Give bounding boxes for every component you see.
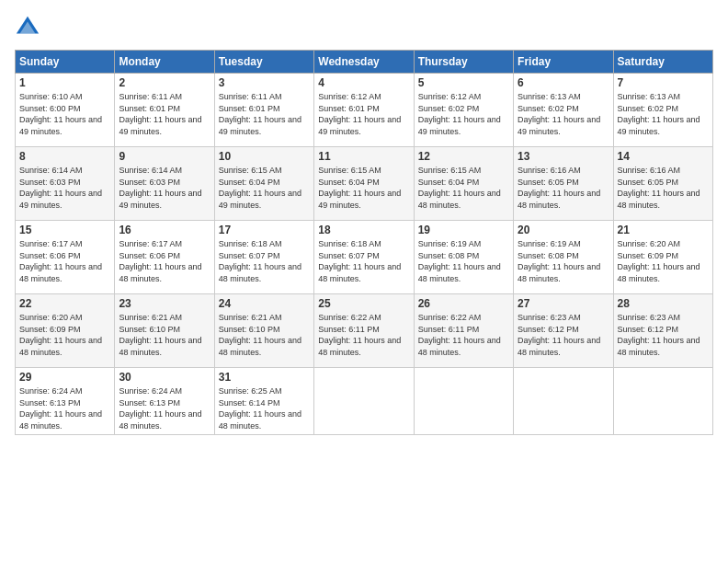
table-row: 22 Sunrise: 6:20 AMSunset: 6:09 PMDaylig… (16, 294, 115, 368)
table-row: 12 Sunrise: 6:15 AMSunset: 6:04 PMDaylig… (414, 147, 513, 221)
day-info: Sunrise: 6:15 AMSunset: 6:04 PMDaylight:… (219, 166, 301, 210)
day-number: 5 (418, 76, 509, 89)
day-info: Sunrise: 6:15 AMSunset: 6:04 PMDaylight:… (418, 166, 501, 210)
day-info: Sunrise: 6:19 AMSunset: 6:08 PMDaylight:… (518, 239, 600, 283)
table-row: 10 Sunrise: 6:15 AMSunset: 6:04 PMDaylig… (214, 147, 313, 221)
day-info: Sunrise: 6:16 AMSunset: 6:05 PMDaylight:… (618, 166, 700, 210)
day-number: 16 (119, 224, 210, 236)
day-number: 20 (518, 224, 609, 236)
day-number: 21 (618, 224, 709, 236)
table-row: 1 Sunrise: 6:10 AMSunset: 6:00 PMDayligh… (16, 74, 115, 147)
logo (15, 15, 42, 40)
day-number: 13 (518, 150, 609, 163)
table-row: 14 Sunrise: 6:16 AMSunset: 6:05 PMDaylig… (613, 147, 712, 221)
day-info: Sunrise: 6:20 AMSunset: 6:09 PMDaylight:… (19, 313, 102, 357)
col-friday: Friday (514, 51, 613, 74)
table-row (613, 368, 712, 435)
day-number: 18 (318, 224, 409, 236)
col-thursday: Thursday (414, 51, 513, 74)
day-info: Sunrise: 6:12 AMSunset: 6:02 PMDaylight:… (418, 92, 501, 136)
day-info: Sunrise: 6:11 AMSunset: 6:01 PMDaylight:… (219, 92, 301, 136)
table-row (414, 368, 513, 435)
day-info: Sunrise: 6:19 AMSunset: 6:08 PMDaylight:… (418, 239, 501, 283)
day-number: 4 (318, 76, 409, 89)
col-monday: Monday (115, 51, 214, 74)
day-number: 1 (19, 76, 110, 89)
day-number: 28 (618, 297, 709, 310)
col-tuesday: Tuesday (214, 51, 313, 74)
day-number: 10 (219, 150, 310, 163)
table-row: 23 Sunrise: 6:21 AMSunset: 6:10 PMDaylig… (115, 294, 214, 368)
col-sunday: Sunday (16, 51, 115, 74)
table-row: 21 Sunrise: 6:20 AMSunset: 6:09 PMDaylig… (613, 221, 712, 294)
day-info: Sunrise: 6:18 AMSunset: 6:07 PMDaylight:… (219, 239, 301, 283)
day-number: 8 (19, 150, 110, 163)
day-info: Sunrise: 6:22 AMSunset: 6:11 PMDaylight:… (418, 313, 501, 357)
table-row (314, 368, 414, 435)
table-row: 24 Sunrise: 6:21 AMSunset: 6:10 PMDaylig… (214, 294, 313, 368)
table-row: 30 Sunrise: 6:24 AMSunset: 6:13 PMDaylig… (115, 368, 214, 435)
day-info: Sunrise: 6:18 AMSunset: 6:07 PMDaylight:… (318, 239, 401, 283)
table-row: 27 Sunrise: 6:23 AMSunset: 6:12 PMDaylig… (514, 294, 613, 368)
day-info: Sunrise: 6:21 AMSunset: 6:10 PMDaylight:… (219, 313, 301, 357)
day-number: 27 (518, 297, 609, 310)
day-number: 17 (219, 224, 310, 236)
day-info: Sunrise: 6:17 AMSunset: 6:06 PMDaylight:… (19, 239, 102, 283)
day-info: Sunrise: 6:24 AMSunset: 6:13 PMDaylight:… (19, 386, 102, 431)
col-wednesday: Wednesday (314, 51, 414, 74)
table-row: 20 Sunrise: 6:19 AMSunset: 6:08 PMDaylig… (514, 221, 613, 294)
logo-icon (15, 15, 40, 40)
day-info: Sunrise: 6:10 AMSunset: 6:00 PMDaylight:… (19, 92, 102, 136)
table-row: 29 Sunrise: 6:24 AMSunset: 6:13 PMDaylig… (16, 368, 115, 435)
table-row: 31 Sunrise: 6:25 AMSunset: 6:14 PMDaylig… (214, 368, 313, 435)
day-info: Sunrise: 6:15 AMSunset: 6:04 PMDaylight:… (318, 166, 401, 210)
day-info: Sunrise: 6:25 AMSunset: 6:14 PMDaylight:… (219, 386, 301, 431)
day-number: 14 (618, 150, 709, 163)
table-row: 9 Sunrise: 6:14 AMSunset: 6:03 PMDayligh… (115, 147, 214, 221)
col-saturday: Saturday (613, 51, 712, 74)
header (15, 15, 713, 40)
day-info: Sunrise: 6:12 AMSunset: 6:01 PMDaylight:… (318, 92, 401, 136)
table-row: 28 Sunrise: 6:23 AMSunset: 6:12 PMDaylig… (613, 294, 712, 368)
table-row: 25 Sunrise: 6:22 AMSunset: 6:11 PMDaylig… (314, 294, 414, 368)
table-row: 18 Sunrise: 6:18 AMSunset: 6:07 PMDaylig… (314, 221, 414, 294)
day-info: Sunrise: 6:21 AMSunset: 6:10 PMDaylight:… (119, 313, 201, 357)
day-info: Sunrise: 6:17 AMSunset: 6:06 PMDaylight:… (119, 239, 201, 283)
table-row: 3 Sunrise: 6:11 AMSunset: 6:01 PMDayligh… (214, 74, 313, 147)
day-number: 3 (219, 76, 310, 89)
table-row: 2 Sunrise: 6:11 AMSunset: 6:01 PMDayligh… (115, 74, 214, 147)
day-number: 23 (119, 297, 210, 310)
table-row: 26 Sunrise: 6:22 AMSunset: 6:11 PMDaylig… (414, 294, 513, 368)
day-info: Sunrise: 6:24 AMSunset: 6:13 PMDaylight:… (119, 386, 201, 431)
day-number: 30 (119, 371, 210, 384)
day-info: Sunrise: 6:11 AMSunset: 6:01 PMDaylight:… (119, 92, 201, 136)
day-number: 11 (318, 150, 409, 163)
table-row: 6 Sunrise: 6:13 AMSunset: 6:02 PMDayligh… (514, 74, 613, 147)
day-number: 24 (219, 297, 310, 310)
day-number: 12 (418, 150, 509, 163)
day-info: Sunrise: 6:14 AMSunset: 6:03 PMDaylight:… (119, 166, 201, 210)
day-number: 31 (219, 371, 310, 384)
day-info: Sunrise: 6:13 AMSunset: 6:02 PMDaylight:… (518, 92, 600, 136)
day-number: 15 (19, 224, 110, 236)
table-row: 8 Sunrise: 6:14 AMSunset: 6:03 PMDayligh… (16, 147, 115, 221)
calendar: Sunday Monday Tuesday Wednesday Thursday… (15, 50, 713, 435)
day-number: 9 (119, 150, 210, 163)
table-row: 11 Sunrise: 6:15 AMSunset: 6:04 PMDaylig… (314, 147, 414, 221)
day-info: Sunrise: 6:22 AMSunset: 6:11 PMDaylight:… (318, 313, 401, 357)
day-info: Sunrise: 6:14 AMSunset: 6:03 PMDaylight:… (19, 166, 102, 210)
day-info: Sunrise: 6:16 AMSunset: 6:05 PMDaylight:… (518, 166, 600, 210)
table-row: 7 Sunrise: 6:13 AMSunset: 6:02 PMDayligh… (613, 74, 712, 147)
day-number: 26 (418, 297, 509, 310)
day-info: Sunrise: 6:23 AMSunset: 6:12 PMDaylight:… (618, 313, 700, 357)
table-row: 15 Sunrise: 6:17 AMSunset: 6:06 PMDaylig… (16, 221, 115, 294)
header-row: Sunday Monday Tuesday Wednesday Thursday… (16, 51, 713, 74)
table-row: 13 Sunrise: 6:16 AMSunset: 6:05 PMDaylig… (514, 147, 613, 221)
day-number: 19 (418, 224, 509, 236)
table-row: 16 Sunrise: 6:17 AMSunset: 6:06 PMDaylig… (115, 221, 214, 294)
table-row: 17 Sunrise: 6:18 AMSunset: 6:07 PMDaylig… (214, 221, 313, 294)
day-number: 25 (318, 297, 409, 310)
day-info: Sunrise: 6:13 AMSunset: 6:02 PMDaylight:… (618, 92, 700, 136)
table-row: 19 Sunrise: 6:19 AMSunset: 6:08 PMDaylig… (414, 221, 513, 294)
day-info: Sunrise: 6:23 AMSunset: 6:12 PMDaylight:… (518, 313, 600, 357)
